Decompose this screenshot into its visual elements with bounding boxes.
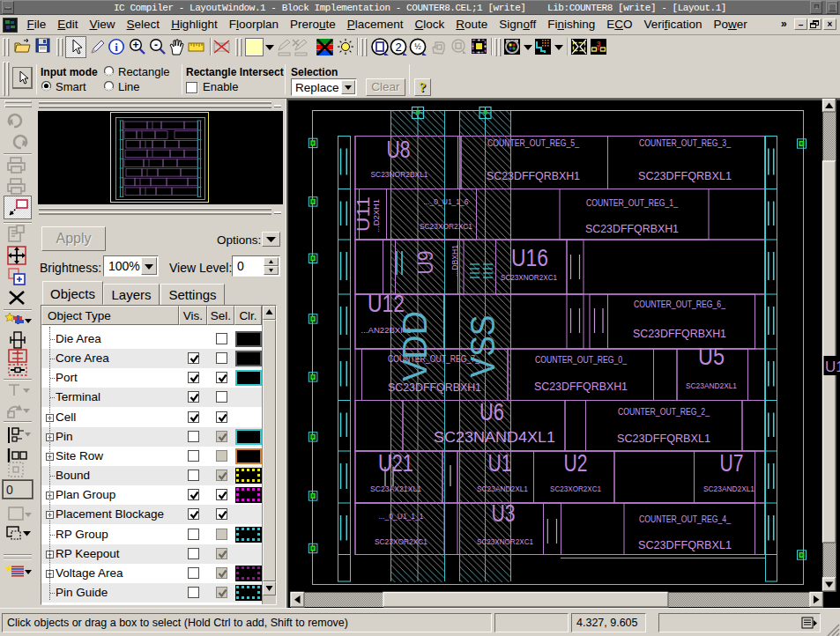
svg-text:SC23DFFQRBXH1: SC23DFFQRBXH1 (487, 169, 580, 182)
svg-text:COUNTER_OUT_REG_4_: COUNTER_OUT_REG_4_ (639, 514, 731, 524)
svg-text:SC23DFFQRBXL1: SC23DFFQRBXL1 (617, 432, 710, 445)
svg-text:½: ½ (414, 42, 421, 51)
svg-text:...DBXH1: ...DBXH1 (450, 245, 459, 277)
svg-text:VSS: VSS (465, 315, 502, 378)
svg-text:SC23NOR2BXL1: SC23NOR2BXL1 (371, 169, 428, 179)
svg-text:SC23DFFQRBXL1: SC23DFFQRBXL1 (638, 538, 732, 551)
svg-text:SC23AX21XL1: SC23AX21XL1 (370, 484, 421, 493)
svg-text:SC23DFFQRBXH1: SC23DFFQRBXH1 (585, 222, 679, 235)
svg-text:U7: U7 (720, 449, 744, 477)
svg-text:U1: U1 (488, 449, 512, 477)
svg-text:COUNTER_OUT_REG_5_: COUNTER_OUT_REG_5_ (487, 137, 579, 148)
svg-text:COUNTER_OUT_REG_1_: COUNTER_OUT_REG_1_ (586, 197, 678, 208)
svg-text:...D2XH1: ...D2XH1 (372, 199, 381, 233)
svg-text:VDD: VDD (397, 311, 434, 381)
svg-text:SC23XNOR2XC1: SC23XNOR2XC1 (501, 272, 557, 282)
svg-text:U15: U15 (825, 359, 840, 375)
svg-text:COUNTER_OUT_REG_6_: COUNTER_OUT_REG_6_ (634, 299, 725, 309)
svg-text:SC23XNOR2XC1: SC23XNOR2XC1 (477, 536, 533, 546)
svg-text:U6: U6 (479, 398, 504, 425)
svg-text:SC23XOR2XC1: SC23XOR2XC1 (375, 536, 427, 546)
svg-text:U2: U2 (564, 449, 588, 477)
svg-text:SC23AND2XL1: SC23AND2XL1 (686, 381, 737, 390)
svg-text:+: + (132, 39, 138, 51)
svg-text:2: 2 (395, 41, 401, 54)
svg-text:0: 0 (6, 483, 13, 497)
svg-text:U5: U5 (698, 343, 725, 370)
svg-text:U3: U3 (492, 499, 516, 527)
svg-text:SC23NAND4XL1: SC23NAND4XL1 (434, 429, 555, 445)
svg-text:U8: U8 (387, 136, 411, 163)
svg-text:SC23DFFQRBXH1: SC23DFFQRBXH1 (388, 381, 481, 394)
svg-text:U16: U16 (511, 244, 548, 271)
svg-text:U9: U9 (413, 251, 437, 275)
svg-text:3: 3 (596, 40, 600, 48)
svg-text:SC23DFFQRBXH1: SC23DFFQRBXH1 (534, 380, 628, 393)
svg-text:..._0_U1_1_1: ..._0_U1_1_1 (379, 511, 424, 521)
svg-text:COUNTER_OUT_REG_0_: COUNTER_OUT_REG_0_ (535, 354, 627, 365)
svg-text:SC23DFFQRBXH1: SC23DFFQRBXH1 (633, 327, 726, 340)
svg-text:COUNTER_OUT_REG_2_: COUNTER_OUT_REG_2_ (618, 406, 710, 417)
svg-text:COUNTER_OUT_REG_3_: COUNTER_OUT_REG_3_ (639, 137, 731, 148)
svg-text:U21: U21 (378, 449, 413, 477)
svg-text:SC23AND2XL1: SC23AND2XL1 (477, 484, 528, 493)
svg-text:..._0_U1_1_6: ..._0_U1_1_6 (424, 196, 469, 206)
svg-text:SC23XOR2XC1: SC23XOR2XC1 (550, 484, 601, 493)
svg-text:SC23DFFQRBXL1: SC23DFFQRBXL1 (638, 169, 732, 182)
svg-text:-: - (154, 39, 158, 51)
svg-text:SC23XOR2XC1: SC23XOR2XC1 (420, 221, 472, 231)
svg-text:SC23AND2XL1: SC23AND2XL1 (703, 484, 755, 493)
svg-text:i: i (115, 41, 118, 54)
svg-text:U11: U11 (353, 196, 373, 232)
